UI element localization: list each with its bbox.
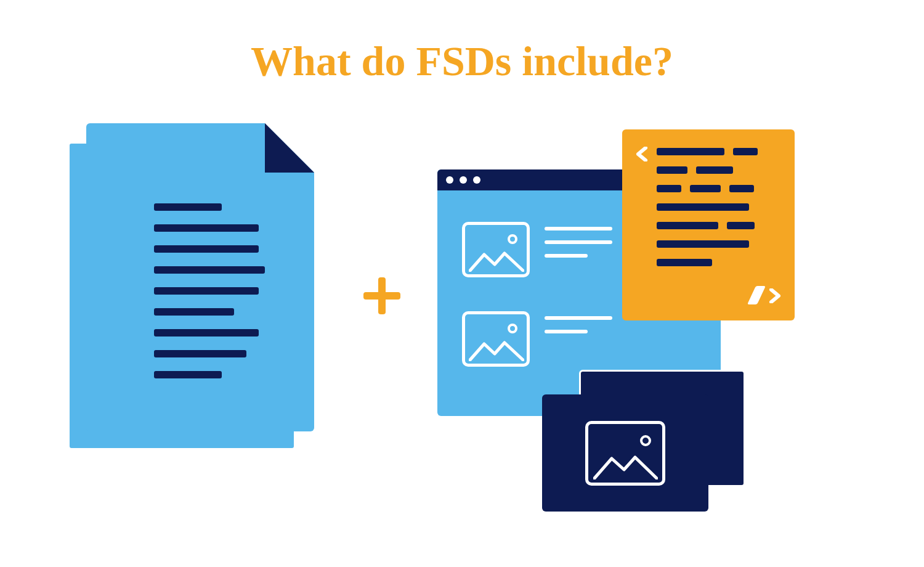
browser-content-row bbox=[462, 222, 612, 277]
illustration-canvas bbox=[68, 123, 856, 542]
text-lines-icon bbox=[545, 311, 612, 333]
angle-bracket-right-icon bbox=[768, 288, 782, 303]
image-placeholder-icon bbox=[585, 421, 665, 486]
browser-content-row bbox=[462, 311, 612, 367]
slash-icon bbox=[747, 286, 766, 304]
code-lines-icon bbox=[657, 148, 758, 266]
document-front-icon bbox=[86, 123, 314, 431]
angle-bracket-left-icon bbox=[634, 147, 649, 161]
image-placeholder-icon bbox=[462, 222, 530, 277]
document-lines-icon bbox=[154, 203, 265, 378]
plus-icon bbox=[363, 277, 400, 314]
picture-front-icon bbox=[542, 394, 708, 512]
text-lines-icon bbox=[545, 222, 612, 258]
image-placeholder-icon bbox=[462, 311, 530, 367]
page-title: What do FSDs include? bbox=[0, 37, 924, 86]
code-snippet-icon bbox=[622, 129, 795, 320]
